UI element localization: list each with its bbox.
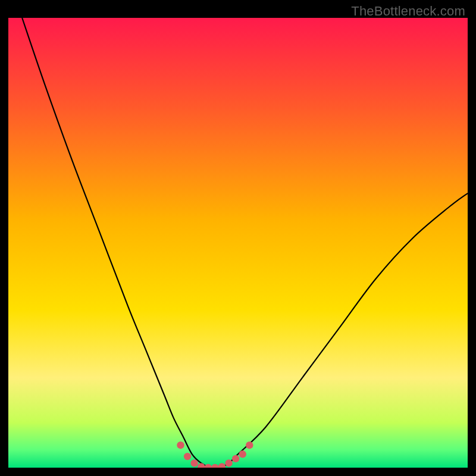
optimal-dot <box>246 441 253 449</box>
watermark-text: TheBottleneck.com <box>351 4 465 19</box>
gradient-background <box>8 18 468 468</box>
optimal-dot <box>232 455 239 462</box>
optimal-dot <box>225 459 232 466</box>
chart-svg <box>8 18 468 468</box>
optimal-dot <box>184 453 191 460</box>
optimal-dot <box>177 441 184 449</box>
plot-area <box>8 18 468 468</box>
optimal-dot <box>190 459 198 466</box>
optimal-dot <box>239 450 246 458</box>
chart-container: TheBottleneck.com <box>0 0 476 476</box>
